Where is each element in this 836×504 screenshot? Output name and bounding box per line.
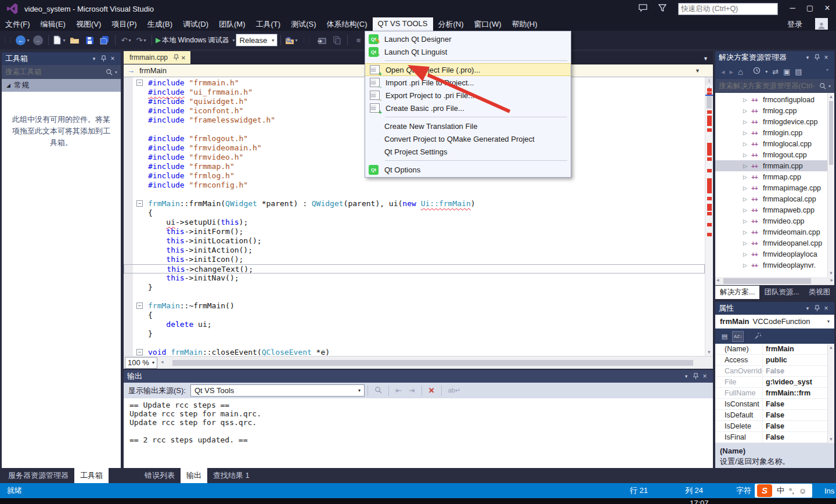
expand-arrow-icon[interactable]: ▷ [743,174,751,180]
scrollbar-thumb[interactable] [829,101,833,165]
pin-icon[interactable] [691,373,700,380]
expand-arrow-icon[interactable]: ▷ [743,240,751,246]
tree-item-frmvideopanel-cpp[interactable]: ▷++frmvideopanel.cpp [715,237,827,249]
attach-button[interactable] [315,33,329,47]
ime-toolbar[interactable]: S 中 °, ☺ [755,484,812,498]
qt-menu-item[interactable]: Qt Project Settings [365,145,571,158]
properties-vscrollbar[interactable]: ▲ ▼ [827,344,834,443]
tree-item-frmlogdevice-cpp[interactable]: ▷++frmlogdevice.cpp [715,116,827,127]
output-header[interactable]: 输出 ▾ × [124,370,713,383]
menu-item[interactable]: 生成(B) [142,17,178,31]
chevron-down-icon[interactable]: ▾ [828,84,831,89]
find-message-icon[interactable] [374,386,382,395]
window-position-icon[interactable]: ▾ [682,373,691,379]
document-list-dropdown-icon[interactable]: ▼ [703,56,713,64]
fold-marker[interactable]: − [136,80,143,86]
expand-arrow-icon[interactable]: ▷ [743,141,751,147]
sign-in-link[interactable]: 登录 [787,19,802,30]
chevron-down-icon[interactable]: ▾ [115,70,117,75]
qt-menu-item[interactable]: Create New Translation File [365,120,571,132]
save-all-button[interactable] [98,33,111,47]
qt-menu-item[interactable]: Create Basic .pro File... [365,102,571,114]
tree-item-frmlogout-cpp[interactable]: ▷++frmlogout.cpp [715,149,827,160]
expand-arrow-icon[interactable]: ▷ [743,130,751,136]
breadcrumb-dropdown-icon[interactable]: ▼ [695,68,709,74]
expand-arrow-icon[interactable]: ▷ [743,119,751,125]
pin-icon[interactable] [99,55,108,63]
save-button[interactable] [82,33,96,47]
ime-language-toggle[interactable]: 中 [777,485,784,496]
list-members-button[interactable]: ≡ [351,33,365,47]
output-text[interactable]: == Update rcc steps ==Update rcc step fo… [124,398,713,467]
window-position-icon[interactable]: ▾ [89,56,99,62]
word-wrap-icon[interactable]: ab↵ [448,387,460,394]
window-position-icon[interactable]: ▾ [803,305,812,311]
property-pages-icon[interactable] [752,331,763,342]
ime-punctuation-toggle[interactable]: °, [789,487,794,495]
avatar-icon[interactable] [815,18,828,30]
redo-button[interactable]: ↷▾ [134,33,148,47]
toolbox-search-box[interactable]: ▾ [2,65,121,79]
scroll-down-icon[interactable]: ▼ [705,350,713,355]
toolbox-search-input[interactable] [5,68,106,76]
expand-arrow-icon[interactable]: ▷ [743,229,751,235]
tree-item-frmmaplocal-cpp[interactable]: ▷++frmmaplocal.cpp [715,193,827,204]
toolbar-grip[interactable]: ⋮⋮ [2,37,13,44]
expand-arrow-icon[interactable]: ▷ [743,218,751,224]
qt-menu-item[interactable]: QtLaunch Qt Linguist [365,45,571,58]
property-row-isconstant[interactable]: IsConstantFalse [715,399,834,410]
toolbar-grip[interactable]: ⋮⋮ [301,37,312,44]
scroll-down-icon[interactable]: ▼ [828,271,834,276]
toolbox-header[interactable]: 工具箱 ▾ × [2,52,121,65]
solution-config-combobox[interactable]: Release▾ [236,34,278,46]
expand-arrow-icon[interactable]: ▷ [743,108,751,114]
expand-arrow-icon[interactable]: ▷ [743,196,751,202]
bottom-tab[interactable]: 查找结果 1 [207,468,255,483]
bottom-tab[interactable]: 输出 [181,468,207,483]
output-source-select[interactable]: Qt VS Tools▾ [190,384,365,397]
expand-arrow-icon[interactable]: ▷ [743,185,751,191]
se-tab[interactable]: 解决方案... [715,286,759,299]
restore-button[interactable]: ▢ [801,2,819,15]
splitter-handle[interactable]: ↕ [705,77,713,85]
menu-item[interactable]: 窗口(W) [469,17,507,31]
expand-arrow-icon[interactable]: ▷ [743,251,751,257]
property-row-isdefault[interactable]: IsDefaultFalse [715,410,834,421]
properties-grid[interactable]: (Name)frmMainAccesspublicCanOverrideFals… [715,344,834,443]
qt-menu-item[interactable]: Import .pri File to Project... [365,76,571,89]
home-icon[interactable]: ⌂ [738,67,743,77]
bottom-tab[interactable]: 错误列表 [139,468,181,483]
properties-header[interactable]: 属性 ▾ × [715,302,834,315]
bottom-tab[interactable]: 工具箱 [74,468,109,483]
new-file-button[interactable]: ▾ [52,33,66,47]
property-row-fullname[interactable]: FullNamefrmMain::frm [715,388,834,399]
menu-item[interactable]: 工具(T) [251,17,286,31]
close-button[interactable]: × [819,2,836,15]
property-row-canoverride[interactable]: CanOverrideFalse [715,366,834,377]
start-debug-button[interactable]: ▶本地 Windows 调试器▾ [156,33,235,47]
categorized-view-icon[interactable]: ▤ [719,331,730,342]
expand-arrow-icon[interactable]: ▷ [743,163,751,169]
expand-arrow-icon[interactable]: ▷ [743,207,751,213]
pending-changes-filter-icon[interactable] [753,67,761,76]
breadcrumb-member[interactable]: frmMain [139,66,167,75]
menu-item[interactable]: 调试(D) [178,17,214,31]
solution-explorer-header[interactable]: 解决方案资源管理器 ▾ × [715,51,834,64]
expand-arrow-icon[interactable]: ▷ [743,97,751,103]
minimize-button[interactable]: ─ [784,2,801,15]
close-icon[interactable]: × [700,372,709,380]
feedback-icon[interactable] [633,4,653,13]
fold-marker[interactable]: − [136,200,143,207]
scroll-down-icon[interactable]: ▼ [828,437,834,442]
alphabetical-sort-icon[interactable]: AZ↓ [732,331,744,342]
fold-marker[interactable]: − [136,303,143,309]
solution-search-box[interactable]: ▾ [715,79,834,93]
ime-emoji-icon[interactable]: ☺ [799,487,806,495]
properties-object-selector[interactable]: frmMain VCCodeFunction ▾ [715,315,834,329]
scroll-left-icon[interactable]: ◂ [161,359,164,365]
tree-item-frmvideo-cpp[interactable]: ▷++frmvideo.cpp [715,215,827,226]
property-row-isfinal[interactable]: IsFinalFalse [715,432,834,443]
tree-item-frmmapimage-cpp[interactable]: ▷++frmmapimage.cpp [715,182,827,193]
sogou-input-icon[interactable]: S [757,484,772,497]
se-tab[interactable]: 团队资源... [759,286,803,299]
